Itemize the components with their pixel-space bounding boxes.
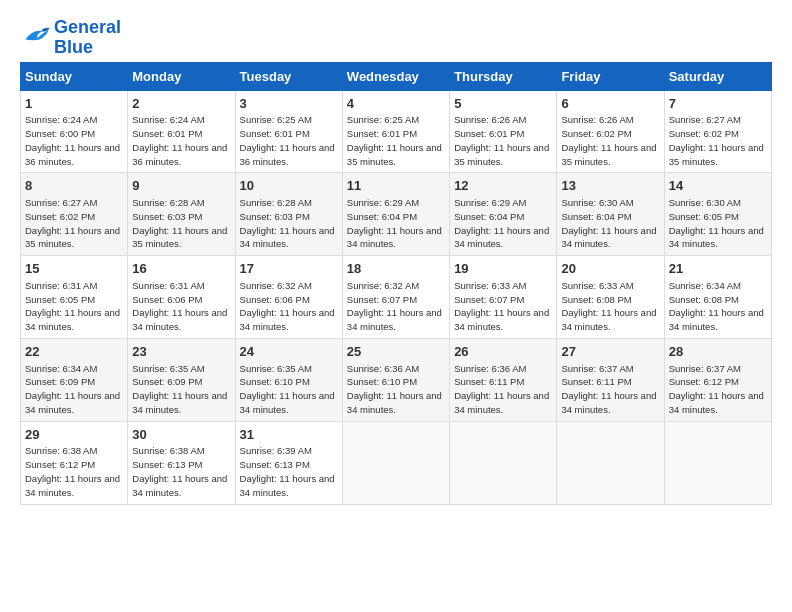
day-number: 10 bbox=[240, 177, 338, 195]
day-number: 29 bbox=[25, 426, 123, 444]
sunset-text: Sunset: 6:06 PM bbox=[132, 294, 202, 305]
sunrise-text: Sunrise: 6:36 AM bbox=[347, 363, 419, 374]
daylight-text: Daylight: 11 hours and 34 minutes. bbox=[561, 390, 656, 415]
sunrise-text: Sunrise: 6:31 AM bbox=[25, 280, 97, 291]
daylight-text: Daylight: 11 hours and 34 minutes. bbox=[25, 390, 120, 415]
calendar-cell: 6Sunrise: 6:26 AMSunset: 6:02 PMDaylight… bbox=[557, 90, 664, 173]
calendar-cell: 13Sunrise: 6:30 AMSunset: 6:04 PMDayligh… bbox=[557, 173, 664, 256]
calendar-cell: 24Sunrise: 6:35 AMSunset: 6:10 PMDayligh… bbox=[235, 338, 342, 421]
calendar-cell: 17Sunrise: 6:32 AMSunset: 6:06 PMDayligh… bbox=[235, 256, 342, 339]
sunrise-text: Sunrise: 6:38 AM bbox=[132, 445, 204, 456]
sunset-text: Sunset: 6:12 PM bbox=[669, 376, 739, 387]
calendar-cell bbox=[450, 421, 557, 504]
day-number: 5 bbox=[454, 95, 552, 113]
sunrise-text: Sunrise: 6:27 AM bbox=[25, 197, 97, 208]
sunset-text: Sunset: 6:10 PM bbox=[347, 376, 417, 387]
sunrise-text: Sunrise: 6:25 AM bbox=[240, 114, 312, 125]
calendar-cell: 23Sunrise: 6:35 AMSunset: 6:09 PMDayligh… bbox=[128, 338, 235, 421]
daylight-text: Daylight: 11 hours and 34 minutes. bbox=[240, 307, 335, 332]
calendar-cell: 10Sunrise: 6:28 AMSunset: 6:03 PMDayligh… bbox=[235, 173, 342, 256]
col-wednesday: Wednesday bbox=[342, 62, 449, 90]
daylight-text: Daylight: 11 hours and 34 minutes. bbox=[454, 390, 549, 415]
daylight-text: Daylight: 11 hours and 34 minutes. bbox=[454, 307, 549, 332]
daylight-text: Daylight: 11 hours and 34 minutes. bbox=[561, 225, 656, 250]
sunset-text: Sunset: 6:01 PM bbox=[240, 128, 310, 139]
daylight-text: Daylight: 11 hours and 34 minutes. bbox=[669, 225, 764, 250]
calendar-cell: 25Sunrise: 6:36 AMSunset: 6:10 PMDayligh… bbox=[342, 338, 449, 421]
sunrise-text: Sunrise: 6:28 AM bbox=[132, 197, 204, 208]
daylight-text: Daylight: 11 hours and 34 minutes. bbox=[25, 473, 120, 498]
daylight-text: Daylight: 11 hours and 34 minutes. bbox=[669, 390, 764, 415]
sunset-text: Sunset: 6:03 PM bbox=[132, 211, 202, 222]
sunset-text: Sunset: 6:01 PM bbox=[132, 128, 202, 139]
sunset-text: Sunset: 6:08 PM bbox=[669, 294, 739, 305]
calendar-cell: 30Sunrise: 6:38 AMSunset: 6:13 PMDayligh… bbox=[128, 421, 235, 504]
day-number: 27 bbox=[561, 343, 659, 361]
header: GeneralBlue bbox=[20, 18, 772, 58]
sunrise-text: Sunrise: 6:32 AM bbox=[240, 280, 312, 291]
calendar-cell: 31Sunrise: 6:39 AMSunset: 6:13 PMDayligh… bbox=[235, 421, 342, 504]
daylight-text: Daylight: 11 hours and 35 minutes. bbox=[25, 225, 120, 250]
daylight-text: Daylight: 11 hours and 34 minutes. bbox=[347, 390, 442, 415]
calendar-week-row: 8Sunrise: 6:27 AMSunset: 6:02 PMDaylight… bbox=[21, 173, 772, 256]
daylight-text: Daylight: 11 hours and 34 minutes. bbox=[132, 390, 227, 415]
sunrise-text: Sunrise: 6:34 AM bbox=[25, 363, 97, 374]
day-number: 18 bbox=[347, 260, 445, 278]
sunset-text: Sunset: 6:02 PM bbox=[25, 211, 95, 222]
sunrise-text: Sunrise: 6:30 AM bbox=[561, 197, 633, 208]
col-thursday: Thursday bbox=[450, 62, 557, 90]
calendar-cell: 12Sunrise: 6:29 AMSunset: 6:04 PMDayligh… bbox=[450, 173, 557, 256]
calendar-cell: 5Sunrise: 6:26 AMSunset: 6:01 PMDaylight… bbox=[450, 90, 557, 173]
sunrise-text: Sunrise: 6:25 AM bbox=[347, 114, 419, 125]
sunset-text: Sunset: 6:02 PM bbox=[669, 128, 739, 139]
sunrise-text: Sunrise: 6:37 AM bbox=[561, 363, 633, 374]
calendar-cell: 29Sunrise: 6:38 AMSunset: 6:12 PMDayligh… bbox=[21, 421, 128, 504]
col-tuesday: Tuesday bbox=[235, 62, 342, 90]
col-monday: Monday bbox=[128, 62, 235, 90]
sunset-text: Sunset: 6:11 PM bbox=[454, 376, 524, 387]
sunset-text: Sunset: 6:08 PM bbox=[561, 294, 631, 305]
daylight-text: Daylight: 11 hours and 34 minutes. bbox=[669, 307, 764, 332]
logo-text: GeneralBlue bbox=[54, 18, 121, 58]
calendar-cell bbox=[664, 421, 771, 504]
day-number: 31 bbox=[240, 426, 338, 444]
sunrise-text: Sunrise: 6:33 AM bbox=[561, 280, 633, 291]
calendar-cell: 3Sunrise: 6:25 AMSunset: 6:01 PMDaylight… bbox=[235, 90, 342, 173]
daylight-text: Daylight: 11 hours and 34 minutes. bbox=[132, 307, 227, 332]
sunset-text: Sunset: 6:13 PM bbox=[132, 459, 202, 470]
day-number: 13 bbox=[561, 177, 659, 195]
sunrise-text: Sunrise: 6:30 AM bbox=[669, 197, 741, 208]
day-number: 24 bbox=[240, 343, 338, 361]
day-number: 30 bbox=[132, 426, 230, 444]
sunrise-text: Sunrise: 6:29 AM bbox=[347, 197, 419, 208]
day-number: 16 bbox=[132, 260, 230, 278]
page: GeneralBlue Sunday Monday Tuesday Wednes… bbox=[0, 0, 792, 515]
col-friday: Friday bbox=[557, 62, 664, 90]
sunset-text: Sunset: 6:10 PM bbox=[240, 376, 310, 387]
sunrise-text: Sunrise: 6:31 AM bbox=[132, 280, 204, 291]
sunrise-text: Sunrise: 6:33 AM bbox=[454, 280, 526, 291]
sunset-text: Sunset: 6:03 PM bbox=[240, 211, 310, 222]
calendar-cell: 2Sunrise: 6:24 AMSunset: 6:01 PMDaylight… bbox=[128, 90, 235, 173]
sunrise-text: Sunrise: 6:39 AM bbox=[240, 445, 312, 456]
day-number: 8 bbox=[25, 177, 123, 195]
daylight-text: Daylight: 11 hours and 34 minutes. bbox=[240, 225, 335, 250]
daylight-text: Daylight: 11 hours and 35 minutes. bbox=[561, 142, 656, 167]
sunrise-text: Sunrise: 6:35 AM bbox=[132, 363, 204, 374]
sunrise-text: Sunrise: 6:34 AM bbox=[669, 280, 741, 291]
day-number: 3 bbox=[240, 95, 338, 113]
day-number: 20 bbox=[561, 260, 659, 278]
day-number: 19 bbox=[454, 260, 552, 278]
sunset-text: Sunset: 6:01 PM bbox=[347, 128, 417, 139]
daylight-text: Daylight: 11 hours and 35 minutes. bbox=[454, 142, 549, 167]
col-saturday: Saturday bbox=[664, 62, 771, 90]
daylight-text: Daylight: 11 hours and 36 minutes. bbox=[240, 142, 335, 167]
sunrise-text: Sunrise: 6:37 AM bbox=[669, 363, 741, 374]
daylight-text: Daylight: 11 hours and 35 minutes. bbox=[132, 225, 227, 250]
sunset-text: Sunset: 6:00 PM bbox=[25, 128, 95, 139]
day-number: 25 bbox=[347, 343, 445, 361]
daylight-text: Daylight: 11 hours and 35 minutes. bbox=[347, 142, 442, 167]
sunrise-text: Sunrise: 6:35 AM bbox=[240, 363, 312, 374]
calendar-week-row: 1Sunrise: 6:24 AMSunset: 6:00 PMDaylight… bbox=[21, 90, 772, 173]
calendar-cell: 22Sunrise: 6:34 AMSunset: 6:09 PMDayligh… bbox=[21, 338, 128, 421]
